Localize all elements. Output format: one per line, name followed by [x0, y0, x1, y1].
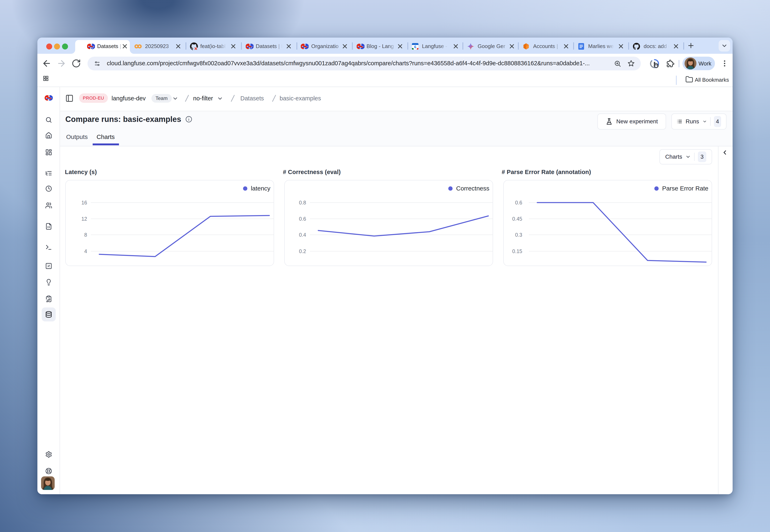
- svg-text:6: 6: [414, 45, 416, 49]
